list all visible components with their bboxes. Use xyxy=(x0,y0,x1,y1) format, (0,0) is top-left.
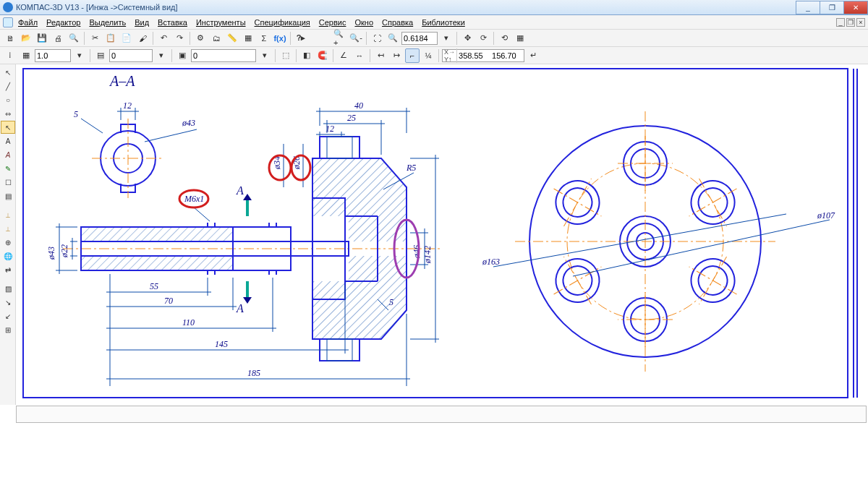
refresh-button[interactable]: ⟲ xyxy=(497,31,511,46)
pan-button[interactable]: ✥ xyxy=(460,31,475,46)
maximize-button[interactable]: ❐ xyxy=(820,1,844,14)
menu-tools[interactable]: Инструменты xyxy=(192,17,250,28)
help-button[interactable]: ?▸ xyxy=(294,31,308,46)
separator xyxy=(296,49,297,62)
app-menu-icon[interactable] xyxy=(3,17,13,27)
vtool-textit[interactable]: A xyxy=(1,148,15,161)
zoom-input[interactable] xyxy=(401,32,438,45)
zoom-out-button[interactable]: 🔍- xyxy=(349,31,363,46)
layer-icon[interactable]: ▤ xyxy=(93,48,108,63)
mdi-close-button[interactable]: × xyxy=(856,18,865,27)
vtool-edit[interactable]: ✎ xyxy=(1,162,15,175)
arrow-l-button[interactable]: ↤ xyxy=(373,48,388,63)
mdi-min-button[interactable]: _ xyxy=(836,18,845,27)
redo-button[interactable]: ↷ xyxy=(172,31,187,46)
menu-insert[interactable]: Вставка xyxy=(154,17,191,28)
ortho-h-button[interactable]: ↔ xyxy=(352,48,367,63)
coord-apply-button[interactable]: ↵ xyxy=(526,48,540,63)
coord-x-input[interactable] xyxy=(457,50,490,61)
svg-line-133 xyxy=(573,220,830,276)
coord-box: X→Y↑ xyxy=(442,49,524,62)
undo-button[interactable]: ↶ xyxy=(156,31,171,46)
vtool-cursor[interactable]: ↖ xyxy=(1,121,15,134)
step-input[interactable] xyxy=(35,49,71,62)
menu-service[interactable]: Сервис xyxy=(315,17,350,28)
mdi-restore-button[interactable]: ❐ xyxy=(846,18,855,27)
zoom-in-button[interactable]: 🔍+ xyxy=(333,31,347,46)
bottom-panel[interactable] xyxy=(16,406,867,423)
fx-button[interactable]: f(x) xyxy=(273,31,287,46)
arrow-r-button[interactable]: ↦ xyxy=(389,48,404,63)
rotate-button[interactable]: ⟳ xyxy=(476,31,490,46)
table-button[interactable]: ▦ xyxy=(241,31,255,46)
separator xyxy=(438,49,439,62)
cut-button[interactable]: ✂ xyxy=(88,31,102,46)
zoom-step-button[interactable]: ▾ xyxy=(439,31,454,46)
vtool-spec[interactable]: ▤ xyxy=(1,189,15,202)
preview-button[interactable]: 🔍 xyxy=(67,31,81,46)
vtool-hatch[interactable]: ▨ xyxy=(1,282,15,295)
props-button[interactable]: ⚙ xyxy=(193,31,208,46)
paste-button[interactable]: 📄 xyxy=(119,31,134,46)
vtool-link[interactable]: ⇄ xyxy=(1,263,15,276)
svg-text:5: 5 xyxy=(389,297,393,307)
separator xyxy=(84,32,85,45)
tree-button[interactable]: 🗂 xyxy=(209,31,224,46)
menu-file[interactable]: Файл xyxy=(14,17,41,28)
print-button[interactable]: 🖨 xyxy=(51,31,65,46)
view-drop[interactable]: ▾ xyxy=(258,48,272,63)
menu-spec[interactable]: Спецификация xyxy=(251,17,314,28)
menu-lib[interactable]: Библиотеки xyxy=(418,17,469,28)
snap-button[interactable]: 🧲 xyxy=(315,48,330,63)
vtool-text[interactable]: A xyxy=(1,134,15,147)
view-input[interactable] xyxy=(191,49,256,62)
new-button[interactable]: 🗎 xyxy=(3,31,17,46)
vtool-select[interactable]: ↖ xyxy=(1,66,15,79)
menu-edit[interactable]: Редактор xyxy=(43,17,84,28)
coord-y-input[interactable] xyxy=(490,50,524,61)
svg-text:40: 40 xyxy=(354,100,363,111)
layer-input[interactable] xyxy=(109,49,153,62)
zoom-fit-button[interactable]: 🔍 xyxy=(386,31,400,46)
coord-x-label: X→Y↑ xyxy=(443,48,457,63)
minimize-button[interactable]: _ xyxy=(796,1,820,14)
close-button[interactable]: ✕ xyxy=(843,1,868,14)
step-drop[interactable]: ▾ xyxy=(72,48,87,63)
vtool-globe[interactable]: 🌐 xyxy=(1,249,15,262)
app-icon xyxy=(3,2,13,12)
measure-button[interactable]: 📏 xyxy=(225,31,239,46)
vtool-measure[interactable]: ⟂ xyxy=(1,208,15,221)
vtool-aux2[interactable]: ↙ xyxy=(1,309,15,322)
angle-button[interactable]: ∠ xyxy=(336,48,351,63)
tb-ico-1[interactable]: ⬚ xyxy=(278,48,293,63)
svg-text:145: 145 xyxy=(215,339,228,349)
redraw-button[interactable]: ▦ xyxy=(513,31,527,46)
grid-button[interactable]: ▦ xyxy=(19,48,33,63)
zoom-window-button[interactable]: ⛶ xyxy=(370,31,384,46)
vtool-auxline[interactable]: ↘ xyxy=(1,296,15,309)
menu-select[interactable]: Выделить xyxy=(85,17,129,28)
brush-button[interactable]: 🖌 xyxy=(135,31,150,46)
menu-window[interactable]: Окно xyxy=(351,17,377,28)
round-button[interactable]: ¼ xyxy=(421,48,435,63)
vars-button[interactable]: Σ xyxy=(257,31,271,46)
vtool-assoc[interactable]: ⟂ xyxy=(1,222,15,235)
open-button[interactable]: 📂 xyxy=(19,31,33,46)
drawing-canvas[interactable]: 12 5 ø43 А–А xyxy=(16,64,868,405)
tb-ico-2[interactable]: ◧ xyxy=(299,48,314,63)
save-button[interactable]: 💾 xyxy=(35,31,49,46)
separator xyxy=(290,32,291,45)
vtool-line[interactable]: ╱ xyxy=(1,80,15,93)
view-icon[interactable]: ▣ xyxy=(175,48,190,63)
ortho-button[interactable]: ⌐ xyxy=(405,48,420,63)
vtool-tab[interactable]: ⊞ xyxy=(1,323,15,336)
vtool-param[interactable]: ☐ xyxy=(1,176,15,189)
svg-line-112 xyxy=(689,189,737,216)
menu-help[interactable]: Справка xyxy=(378,17,417,28)
copy-button[interactable]: 📋 xyxy=(103,31,118,46)
vtool-dim[interactable]: ⇔ xyxy=(1,107,15,120)
layer-drop[interactable]: ▾ xyxy=(154,48,169,63)
vtool-insert[interactable]: ⊕ xyxy=(1,236,15,249)
menu-view[interactable]: Вид xyxy=(131,17,153,28)
vtool-circle[interactable]: ○ xyxy=(1,93,15,106)
